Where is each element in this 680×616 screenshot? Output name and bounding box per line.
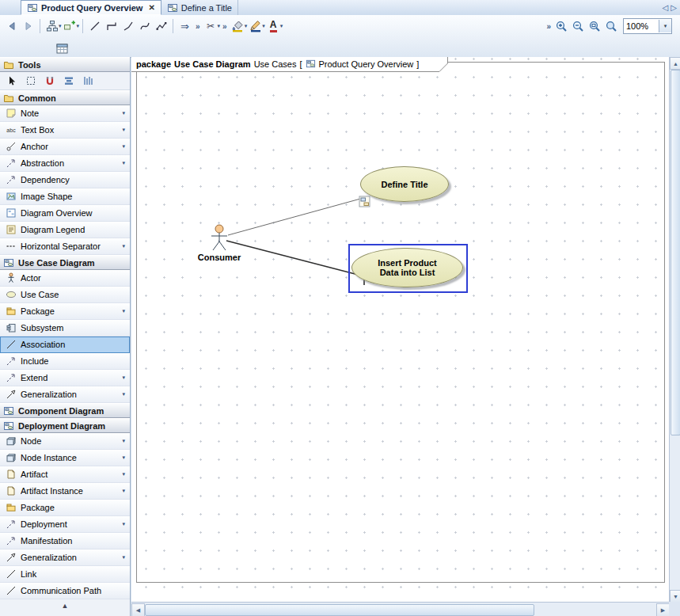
zoom-combo-input[interactable] — [624, 20, 659, 32]
chevron-down-icon[interactable]: ▾ — [122, 454, 127, 461]
pointer-tool-icon[interactable] — [5, 74, 18, 88]
overflow-chevron-icon[interactable]: » — [222, 22, 227, 31]
line-color-button[interactable]: ▾ — [247, 18, 265, 34]
add-shape-button[interactable]: ▾ — [62, 18, 80, 34]
association-line-define-title[interactable] — [228, 198, 363, 235]
chevron-down-icon[interactable]: ▾ — [122, 243, 127, 249]
overflow-chevron-icon[interactable]: » — [196, 22, 200, 31]
vertical-scrollbar[interactable]: ▲ ▼ — [669, 57, 680, 602]
chevron-down-icon[interactable]: ▾ — [659, 20, 671, 32]
smart-resource-icon[interactable] — [359, 196, 370, 207]
scroll-right-icon[interactable]: ▶ — [656, 603, 670, 616]
zoom-region-icon[interactable] — [587, 18, 603, 34]
chevron-down-icon[interactable]: ▾ — [122, 488, 127, 494]
chevron-down-icon[interactable]: ▾ — [122, 160, 127, 166]
zigzag-line-style-icon[interactable] — [153, 18, 169, 34]
fill-color-button[interactable]: ▾ — [230, 18, 248, 34]
palette-item-image-shape[interactable]: Image Shape — [0, 188, 130, 205]
scroll-down-icon[interactable]: ▼ — [670, 590, 680, 603]
chevron-down-icon[interactable]: ▾ — [122, 438, 127, 444]
palette-item-association[interactable]: Association — [0, 337, 130, 353]
horizontal-scrollbar-thumb[interactable] — [145, 604, 534, 616]
palette-item-anchor[interactable]: Anchor▾ — [0, 139, 130, 155]
split-tool-button[interactable]: ✂ ▾ — [203, 18, 221, 34]
use-case-define-title[interactable]: Define Title — [360, 166, 449, 202]
create-relation-icon[interactable]: ⇒ — [177, 18, 193, 34]
chevron-down-icon[interactable]: ▾ — [122, 521, 127, 527]
overflow-chevron-icon[interactable]: » — [546, 22, 551, 31]
palette-item-communication-path[interactable]: Communication Path — [0, 583, 130, 599]
palette-item-artifact-instance[interactable]: Artifact Instance▾ — [0, 483, 130, 500]
palette-item-dependency[interactable]: Dependency — [0, 172, 130, 188]
back-icon[interactable] — [3, 18, 20, 34]
palette-item-horizontal-separator[interactable]: Horizontal Separator▾ — [0, 238, 130, 255]
palette-item-actor[interactable]: Actor — [0, 270, 130, 287]
close-icon[interactable]: ✕ — [148, 3, 154, 12]
diagram-canvas[interactable]: package Use Case Diagram Use Cases [ Pro… — [131, 57, 669, 602]
chevron-down-icon[interactable]: ▾ — [122, 308, 127, 314]
align-tool-icon[interactable] — [62, 74, 75, 88]
palette-item-node-instance[interactable]: Node Instance▾ — [0, 450, 130, 466]
palette-item-link[interactable]: Link — [0, 566, 130, 583]
chevron-down-icon[interactable]: ▾ — [122, 143, 127, 150]
oblique-line-style-icon[interactable] — [120, 18, 136, 34]
palette-item-generalization-deployment[interactable]: Generalization▾ — [0, 549, 130, 566]
chevron-down-icon[interactable]: ▾ — [122, 375, 127, 381]
sweeper-tool-icon[interactable] — [81, 74, 94, 88]
chevron-down-icon[interactable]: ▾ — [280, 23, 283, 29]
curve-line-style-icon[interactable] — [136, 18, 153, 34]
palette-item-extend[interactable]: Extend▾ — [0, 370, 130, 386]
palette-item-subsystem[interactable]: Subsystem — [0, 320, 130, 337]
tab-product-query-overview[interactable]: Product Query Overview ✕ — [21, 0, 161, 15]
tab-define-a-title[interactable]: Define a Title — [161, 0, 238, 15]
select-area-tool-icon[interactable] — [24, 74, 37, 88]
chevron-down-icon[interactable]: ▾ — [122, 471, 127, 477]
zoom-in-icon[interactable] — [553, 18, 570, 34]
straight-line-style-icon[interactable] — [86, 18, 103, 34]
use-case-insert-product[interactable]: Insert Product Data into List — [351, 248, 463, 287]
tab-scroll-left-icon[interactable]: ◁ — [663, 3, 669, 12]
chevron-down-icon[interactable]: ▾ — [122, 110, 127, 116]
palette-item-generalization[interactable]: Generalization▾ — [0, 386, 130, 403]
zoom-out-icon[interactable] — [570, 18, 587, 34]
font-color-button[interactable]: A ▾ — [265, 18, 283, 34]
palette-header-component-diagram[interactable]: Component Diagram — [0, 403, 130, 418]
palette-item-include[interactable]: Include — [0, 353, 130, 370]
palette-header-use-case-diagram[interactable]: Use Case Diagram — [0, 255, 130, 270]
palette-item-package-deployment[interactable]: Package — [0, 500, 130, 516]
palette-header-tools[interactable]: Tools — [0, 57, 130, 72]
chevron-down-icon[interactable]: ▾ — [218, 23, 221, 29]
forward-icon[interactable] — [20, 18, 36, 34]
palette-header-common[interactable]: Common — [0, 90, 130, 105]
frame-name-tab[interactable]: package Use Case Diagram Use Cases [ Pro… — [131, 57, 449, 72]
zoom-fit-icon[interactable] — [603, 18, 620, 34]
zoom-combo[interactable]: ▾ — [623, 18, 672, 34]
scroll-left-icon[interactable]: ◀ — [131, 603, 145, 616]
actor-consumer[interactable] — [211, 225, 227, 250]
palette-item-use-case[interactable]: Use Case — [0, 287, 130, 303]
palette-item-manifestation[interactable]: Manifestation — [0, 533, 130, 549]
palette-item-text-box[interactable]: Text Box▾ — [0, 122, 130, 139]
palette-item-package[interactable]: Package▾ — [0, 303, 130, 320]
chevron-down-icon[interactable]: ▾ — [122, 391, 127, 397]
palette-collapse-button[interactable]: ▲ — [0, 599, 130, 612]
palette-item-deployment[interactable]: Deployment▾ — [0, 516, 130, 533]
chevron-down-icon[interactable]: ▾ — [122, 127, 127, 133]
palette-item-diagram-overview[interactable]: Diagram Overview — [0, 205, 130, 222]
horizontal-scrollbar[interactable]: ◀ ▶ — [131, 602, 669, 616]
palette-item-note[interactable]: Note▾ — [0, 105, 130, 122]
palette-item-diagram-legend[interactable]: Diagram Legend — [0, 222, 130, 238]
palette-item-abstraction[interactable]: Abstraction▾ — [0, 155, 130, 172]
layout-diagram-button[interactable]: ▾ — [44, 18, 62, 34]
palette-item-artifact[interactable]: Artifact▾ — [0, 466, 130, 483]
magnet-tool-icon[interactable] — [43, 74, 56, 88]
scroll-up-icon[interactable]: ▲ — [670, 57, 680, 70]
grid-icon[interactable] — [54, 40, 70, 56]
palette-header-deployment-diagram[interactable]: Deployment Diagram — [0, 418, 130, 433]
chevron-down-icon[interactable]: ▾ — [122, 554, 127, 561]
vertical-scrollbar-thumb[interactable] — [671, 70, 680, 435]
chevron-down-icon[interactable]: ▾ — [77, 23, 80, 29]
tab-scroll-right-icon[interactable]: ▷ — [671, 3, 677, 12]
palette-item-node[interactable]: Node▾ — [0, 433, 130, 450]
rectilinear-line-style-icon[interactable] — [103, 18, 120, 34]
